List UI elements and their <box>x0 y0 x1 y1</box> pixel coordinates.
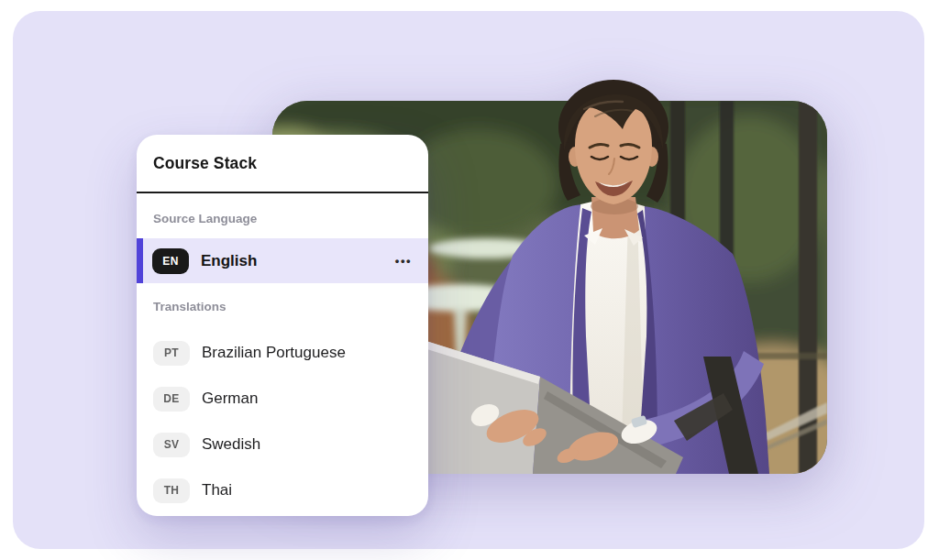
translations-label: Translations <box>153 300 412 313</box>
source-language-label: Source Language <box>153 212 412 225</box>
translation-name: German <box>202 390 258 408</box>
language-code-badge-pt: PT <box>153 341 190 366</box>
language-code-badge-th: TH <box>153 478 190 503</box>
translations-list: PT Brazilian Portuguese DE German SV Swe… <box>137 330 428 513</box>
translation-row-de[interactable]: DE German <box>137 376 428 422</box>
language-code-badge-de: DE <box>153 387 190 412</box>
translation-row-sv[interactable]: SV Swedish <box>137 422 428 467</box>
translation-row-pt[interactable]: PT Brazilian Portuguese <box>137 330 428 376</box>
ellipsis-menu-icon[interactable]: ••• <box>395 254 412 268</box>
translation-row-th[interactable]: TH Thai <box>137 467 428 513</box>
source-language-name: English <box>201 252 257 270</box>
translation-name: Swedish <box>202 435 260 454</box>
card-title: Course Stack <box>153 154 257 173</box>
language-code-badge-en: EN <box>152 248 189 274</box>
card-header: Course Stack <box>137 135 428 193</box>
language-code-badge-sv: SV <box>153 433 190 457</box>
translation-name: Brazilian Portuguese <box>202 344 346 362</box>
lavender-background-panel: Course Stack Source Language EN English … <box>13 11 924 549</box>
course-stack-card: Course Stack Source Language EN English … <box>137 135 428 516</box>
translation-name: Thai <box>202 481 232 500</box>
selected-accent-bar <box>137 238 143 283</box>
source-language-row[interactable]: EN English ••• <box>137 238 428 283</box>
